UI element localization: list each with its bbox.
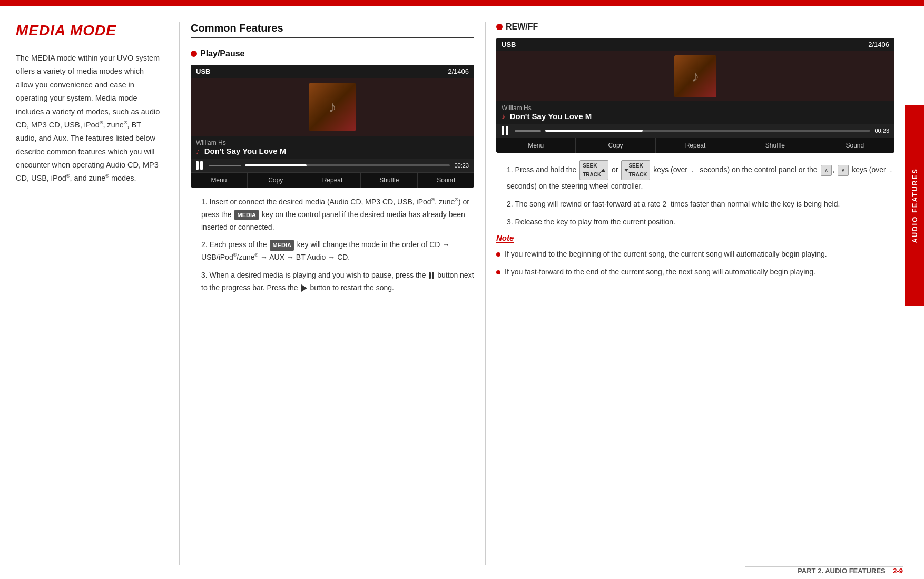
usb-controls-middle: 00:23 — [191, 159, 474, 172]
usb-menu-bar-right: Menu Copy Repeat Shuffle Sound — [496, 138, 894, 153]
up-key-badge: ∧ — [821, 165, 832, 176]
usb-info-right: William Hs ♪ Don't Say You Love M — [496, 101, 894, 124]
usb-screen-middle: USB 2/1406 William Hs ♪ Don't Say You Lo… — [191, 65, 474, 188]
side-tab: AUDIO FEATURES — [905, 105, 924, 306]
album-art-right — [674, 55, 716, 97]
top-bar — [0, 0, 924, 6]
usb-menu-bar-middle: Menu Copy Repeat Shuffle Sound — [191, 172, 474, 188]
right-column: REW/FF USB 2/1406 William Hs ♪ Don't Say… — [485, 22, 905, 565]
left-body-text: The MEDIA mode within your UVO system of… — [16, 52, 163, 185]
usb-art-area-middle — [191, 78, 474, 136]
pause-button-right — [502, 126, 508, 135]
footer: PART 2. AUDIO FEATURES 2-9 — [745, 566, 903, 579]
rew-ff-bullet — [496, 24, 503, 30]
footer-page-number: 2-9 — [893, 567, 903, 575]
media-badge: MEDIA — [234, 210, 258, 221]
section-title: Common Features — [191, 22, 474, 38]
rew-ff-title: REW/FF — [496, 22, 894, 32]
play-pause-title: Play/Pause — [191, 49, 474, 58]
usb-song-right: ♪ Don't Say You Love M — [502, 112, 889, 121]
usb-screen-right: USB 2/1406 William Hs ♪ Don't Say You Lo… — [496, 38, 894, 153]
usb-art-area-right — [496, 51, 894, 101]
album-art-middle — [309, 83, 356, 131]
bullet-dot — [191, 51, 197, 57]
note-list: If you rewind to the beginning of the cu… — [496, 248, 894, 279]
usb-header-middle: USB 2/1406 — [191, 65, 474, 78]
seek-track-up-badge: SEEKTRACK — [579, 160, 608, 180]
rew-ff-steps: 1. Press and hold the SEEKTRACK or SEEKT… — [496, 160, 894, 228]
list-item: 3. Release the key to play from the curr… — [496, 216, 894, 229]
list-item: 3. When a desired media is playing and y… — [191, 269, 474, 295]
list-item: 1. Press and hold the SEEKTRACK or SEEKT… — [496, 160, 894, 193]
pause-button-middle — [196, 161, 203, 170]
usb-header-right: USB 2/1406 — [496, 38, 894, 51]
seek-track-down-badge: SEEKTRACK — [621, 160, 650, 180]
list-item: If you rewind to the beginning of the cu… — [496, 248, 894, 261]
list-item: 2. Each press of the MEDIA key will chan… — [191, 239, 474, 264]
middle-column: Common Features Play/Pause USB 2/1406 Wi… — [179, 22, 485, 565]
left-column: MEDIA MODE The MEDIA mode within your UV… — [0, 22, 179, 565]
note-section: Note If you rewind to the beginning of t… — [496, 233, 894, 279]
side-tab-label: AUDIO FEATURES — [911, 168, 919, 243]
media-badge-2: MEDIA — [270, 240, 293, 251]
list-item: 1. Insert or connect the desired media (… — [191, 196, 474, 233]
list-item: If you fast-forward to the end of the cu… — [496, 266, 894, 279]
usb-song-middle: ♪ Don't Say You Love M — [196, 146, 469, 155]
list-item: 2. The song will rewind or fast-forward … — [496, 198, 894, 211]
note-label: Note — [496, 233, 514, 243]
usb-info-middle: William Hs ♪ Don't Say You Love M — [191, 136, 474, 159]
media-mode-title: MEDIA MODE — [16, 22, 163, 39]
down-key-badge: ∧ — [838, 165, 849, 176]
play-pause-steps: 1. Insert or connect the desired media (… — [191, 196, 474, 295]
usb-controls-right: 00:23 — [496, 124, 894, 138]
footer-part-label: PART 2. AUDIO FEATURES — [798, 567, 886, 575]
